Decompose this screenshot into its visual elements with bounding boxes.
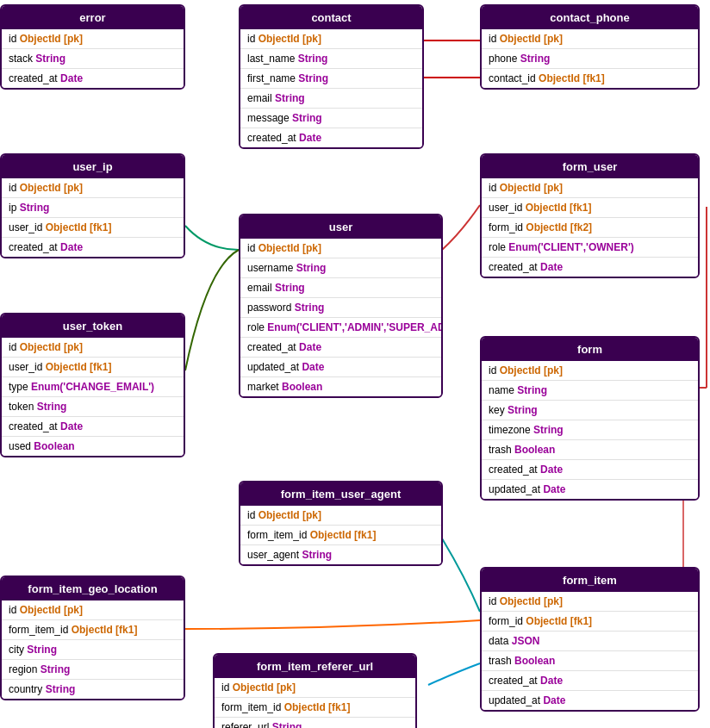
form-item-user-agent-table-body: id ObjectId [pk] form_item_id ObjectId [… xyxy=(240,506,441,564)
table-row: timezone String xyxy=(482,420,698,440)
table-row: created_at Date xyxy=(482,460,698,480)
contact-table-body: id ObjectId [pk] last_name String first_… xyxy=(240,29,422,147)
table-row: created_at Date xyxy=(2,238,184,257)
form-item-geo-location-table-body: id ObjectId [pk] form_item_id ObjectId [… xyxy=(2,600,184,699)
user-ip-table-body: id ObjectId [pk] ip String user_id Objec… xyxy=(2,178,184,257)
table-row: user_id ObjectId [fk1] xyxy=(2,218,184,238)
table-row: form_item_id ObjectId [fk1] xyxy=(2,620,184,640)
table-row: password String xyxy=(240,298,441,318)
table-row: email String xyxy=(240,89,422,109)
user-table-body: id ObjectId [pk] username String email S… xyxy=(240,239,441,396)
table-row: updated_at Date xyxy=(482,480,698,499)
contact-phone-table-header: contact_phone xyxy=(482,6,698,29)
form-table: form id ObjectId [pk] name String key St… xyxy=(480,336,700,501)
table-row: market Boolean xyxy=(240,377,441,396)
table-row: id ObjectId [pk] xyxy=(482,178,698,198)
table-row: id ObjectId [pk] xyxy=(240,29,422,49)
table-row: updated_at Date xyxy=(482,691,698,710)
table-row: updated_at Date xyxy=(240,358,441,377)
error-table-header: error xyxy=(2,6,184,29)
form-item-referer-url-table-header: form_item_referer_url xyxy=(215,655,415,678)
user-token-table-body: id ObjectId [pk] user_id ObjectId [fk1] … xyxy=(2,338,184,456)
table-row: role Enum('CLIENT','OWNER') xyxy=(482,238,698,258)
table-row: last_name String xyxy=(240,49,422,69)
table-row: created_at Date xyxy=(2,417,184,437)
form-item-referer-url-table: form_item_referer_url id ObjectId [pk] f… xyxy=(213,653,417,728)
form-user-table-body: id ObjectId [pk] user_id ObjectId [fk1] … xyxy=(482,178,698,277)
table-row: token String xyxy=(2,397,184,417)
table-row: id ObjectId [pk] xyxy=(240,239,441,258)
table-row: phone String xyxy=(482,49,698,69)
table-row: form_item_id ObjectId [fk1] xyxy=(215,698,415,718)
contact-table-header: contact xyxy=(240,6,422,29)
table-row: created_at Date xyxy=(240,128,422,147)
table-row: role Enum('CLIENT','ADMIN','SUPER_ADMIN'… xyxy=(240,318,441,338)
table-row: key String xyxy=(482,401,698,420)
contact-phone-table-body: id ObjectId [pk] phone String contact_id… xyxy=(482,29,698,88)
table-row: contact_id ObjectId [fk1] xyxy=(482,69,698,88)
table-row: form_id ObjectId [fk2] xyxy=(482,218,698,238)
form-user-table-header: form_user xyxy=(482,155,698,178)
table-row: form_item_id ObjectId [fk1] xyxy=(240,526,441,545)
form-item-referer-url-table-body: id ObjectId [pk] form_item_id ObjectId [… xyxy=(215,678,415,728)
table-row: id ObjectId [pk] xyxy=(240,506,441,526)
table-row: user_agent String xyxy=(240,545,441,564)
table-row: type Enum('CHANGE_EMAIL') xyxy=(2,377,184,397)
table-row: id ObjectId [pk] xyxy=(482,29,698,49)
table-row: id ObjectId [pk] xyxy=(2,338,184,358)
user-table-header: user xyxy=(240,215,441,239)
table-row: id ObjectId [pk] xyxy=(2,29,184,49)
table-row: city String xyxy=(2,640,184,660)
user-ip-table-header: user_ip xyxy=(2,155,184,178)
form-item-geo-location-table: form_item_geo_location id ObjectId [pk] … xyxy=(0,576,185,700)
table-row: referer_url String xyxy=(215,718,415,728)
table-row: email String xyxy=(240,278,441,298)
user-table: user id ObjectId [pk] username String em… xyxy=(239,214,443,398)
form-item-user-agent-table-header: form_item_user_agent xyxy=(240,482,441,506)
form-item-geo-location-table-header: form_item_geo_location xyxy=(2,577,184,600)
table-row: created_at Date xyxy=(2,69,184,88)
form-item-table-body: id ObjectId [pk] form_id ObjectId [fk1] … xyxy=(482,592,698,710)
table-row: country String xyxy=(2,680,184,699)
table-row: form_id ObjectId [fk1] xyxy=(482,612,698,632)
table-row: first_name String xyxy=(240,69,422,89)
user-ip-table: user_ip id ObjectId [pk] ip String user_… xyxy=(0,153,185,258)
table-row: id ObjectId [pk] xyxy=(215,678,415,698)
table-row: username String xyxy=(240,258,441,278)
form-table-header: form xyxy=(482,338,698,361)
table-row: created_at Date xyxy=(482,671,698,691)
table-row: user_id ObjectId [fk1] xyxy=(2,358,184,377)
table-row: id ObjectId [pk] xyxy=(482,592,698,612)
error-table-body: id ObjectId [pk] stack String created_at… xyxy=(2,29,184,88)
table-row: message String xyxy=(240,109,422,128)
table-row: trash Boolean xyxy=(482,651,698,671)
form-item-user-agent-table: form_item_user_agent id ObjectId [pk] fo… xyxy=(239,481,443,566)
table-row: created_at Date xyxy=(482,258,698,277)
form-table-body: id ObjectId [pk] name String key String … xyxy=(482,361,698,499)
table-row: created_at Date xyxy=(240,338,441,358)
error-table: error id ObjectId [pk] stack String crea… xyxy=(0,4,185,90)
table-row: id ObjectId [pk] xyxy=(2,600,184,620)
table-row: region String xyxy=(2,660,184,680)
contact-table: contact id ObjectId [pk] last_name Strin… xyxy=(239,4,424,149)
form-user-table: form_user id ObjectId [pk] user_id Objec… xyxy=(480,153,700,278)
table-row: user_id ObjectId [fk1] xyxy=(482,198,698,218)
table-row: id ObjectId [pk] xyxy=(2,178,184,198)
table-row: trash Boolean xyxy=(482,440,698,460)
table-row: name String xyxy=(482,381,698,401)
form-item-table: form_item id ObjectId [pk] form_id Objec… xyxy=(480,567,700,712)
contact-phone-table: contact_phone id ObjectId [pk] phone Str… xyxy=(480,4,700,90)
table-row: id ObjectId [pk] xyxy=(482,361,698,381)
form-item-table-header: form_item xyxy=(482,569,698,592)
table-row: stack String xyxy=(2,49,184,69)
table-row: used Boolean xyxy=(2,437,184,456)
user-token-table-header: user_token xyxy=(2,314,184,338)
table-row: data JSON xyxy=(482,632,698,651)
table-row: ip String xyxy=(2,198,184,218)
user-token-table: user_token id ObjectId [pk] user_id Obje… xyxy=(0,313,185,457)
